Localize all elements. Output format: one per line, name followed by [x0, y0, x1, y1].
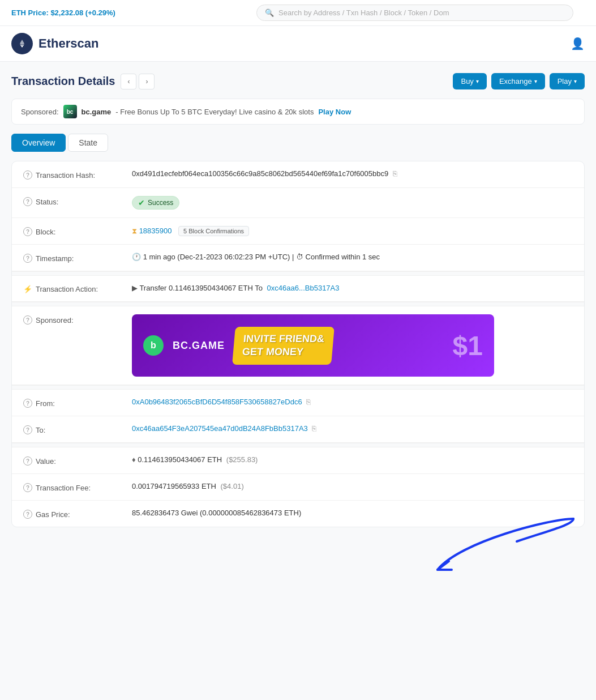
transaction-hash-row: ? Transaction Hash: 0xd491d1ecfebf064eca…: [12, 161, 584, 188]
nav-prev-button[interactable]: ‹: [121, 74, 136, 89]
sponsor-cta[interactable]: Play Now: [318, 108, 351, 116]
sponsor-banner[interactable]: b BC.GAME INVITE FRIEND& GET MONEY $1: [132, 314, 494, 377]
bc-game-logo: b: [143, 335, 164, 356]
to-label: ? To:: [23, 424, 125, 434]
help-icon-gas[interactable]: ?: [23, 510, 32, 519]
timestamp-text: 1 min ago (Dec-21-2023 06:02:23 PM +UTC)…: [143, 253, 380, 261]
logo: Etherscan: [11, 33, 98, 54]
from-value: 0xA0b96483f2065cBfD6D54f858F530658827eDd…: [132, 398, 573, 406]
divider-2: [12, 302, 584, 306]
exchange-label: Exchange: [499, 77, 532, 86]
transaction-fee-label: ? Transaction Fee:: [23, 482, 125, 492]
navbar: Etherscan 👤: [0, 26, 596, 62]
eth-diamond-icon: ♦: [132, 455, 136, 464]
search-bar[interactable]: 🔍 Search by Address / Txn Hash / Block /…: [256, 5, 573, 21]
transaction-action-value: ▶ Transfer 0.114613950434067 ETH To 0xc4…: [132, 284, 573, 292]
help-icon-to[interactable]: ?: [23, 425, 32, 434]
nav-next-button[interactable]: ›: [139, 74, 155, 89]
help-icon-status[interactable]: ?: [23, 197, 32, 206]
exchange-arrow: ▾: [534, 78, 537, 84]
fee-eth: 0.001794719565933 ETH: [132, 482, 216, 490]
page-title-row: Transaction Details ‹ › Buy ▾ Exchange ▾…: [11, 73, 585, 89]
buy-button[interactable]: Buy ▾: [453, 73, 486, 89]
bc-logo-circle: b: [143, 335, 164, 356]
help-icon-fee[interactable]: ?: [23, 483, 32, 492]
transaction-fee-row: ? Transaction Fee: 0.001794719565933 ETH…: [12, 474, 584, 501]
eth-price-value: $2,232.08 (+0.29%): [50, 8, 115, 17]
eth-price: ETH Price: $2,232.08 (+0.29%): [11, 8, 115, 17]
gas-price-value: 85.462836473 Gwei (0.000000085462836473 …: [132, 509, 573, 517]
tab-overview[interactable]: Overview: [11, 134, 66, 152]
gas-price-label: ? Gas Price:: [23, 509, 125, 519]
tab-state[interactable]: State: [68, 134, 108, 152]
value-row: ? Value: ♦ 0.114613950434067 ETH ($255.8…: [12, 447, 584, 474]
block-confirmations: 5 Block Confirmations: [178, 226, 249, 236]
help-icon-from[interactable]: ?: [23, 399, 32, 408]
to-address-link[interactable]: 0xc46aa654F3eA207545ea47d0dB24A8FbBb5317…: [132, 424, 308, 433]
action-buttons: Buy ▾ Exchange ▾ Play ▾: [453, 73, 585, 89]
transaction-action-label: ⚡ Transaction Action:: [23, 284, 125, 293]
help-icon-hash[interactable]: ?: [23, 170, 32, 180]
copy-from-icon[interactable]: ⎘: [306, 398, 311, 406]
logo-icon: [11, 33, 33, 54]
sponsored-banner-container: b BC.GAME INVITE FRIEND& GET MONEY $1: [132, 314, 573, 377]
block-number-link[interactable]: 18835900: [139, 227, 172, 235]
nav-right: 👤: [571, 37, 585, 50]
tagline-line1: INVITE FRIEND&: [243, 332, 325, 345]
tabs: Overview State: [11, 134, 585, 152]
help-icon-value[interactable]: ?: [23, 456, 32, 466]
user-icon[interactable]: 👤: [571, 37, 585, 50]
divider-3: [12, 385, 584, 390]
to-row: ? To: 0xc46aa654F3eA207545ea47d0dB24A8Fb…: [12, 416, 584, 443]
sponsor-bar: Sponsored: bc bc.game - Free Bonus Up To…: [11, 99, 585, 125]
transaction-action-row: ⚡ Transaction Action: ▶ Transfer 0.11461…: [12, 276, 584, 302]
eth-price-label: ETH Price:: [11, 8, 49, 17]
value-eth: 0.114613950434067 ETH: [138, 455, 222, 464]
action-address-link[interactable]: 0xc46aa6...Bb5317A3: [267, 284, 340, 292]
nav-arrows: ‹ ›: [121, 74, 155, 89]
help-icon-sponsored[interactable]: ?: [23, 315, 32, 325]
to-value: 0xc46aa654F3eA207545ea47d0dB24A8FbBb5317…: [132, 424, 573, 433]
topbar: ETH Price: $2,232.08 (+0.29%) 🔍 Search b…: [0, 0, 596, 26]
status-badge: ✔ Success: [132, 196, 179, 210]
help-icon-timestamp[interactable]: ?: [23, 254, 32, 263]
transaction-hash-value: 0xd491d1ecfebf064eca100356c66c9a85c8062b…: [132, 169, 573, 178]
status-value: ✔ Success: [132, 196, 573, 210]
gas-price-row: ? Gas Price: 85.462836473 Gwei (0.000000…: [12, 501, 584, 527]
fee-usd: ($4.01): [221, 482, 244, 490]
sponsor-brand: bc.game: [82, 108, 112, 116]
hash-text: 0xd491d1ecfebf064eca100356c66c9a85c8062b…: [132, 169, 388, 178]
transaction-hash-label: ? Transaction Hash:: [23, 169, 125, 180]
play-label: Play: [558, 77, 572, 86]
page-content: Transaction Details ‹ › Buy ▾ Exchange ▾…: [0, 62, 596, 539]
timestamp-row: ? Timestamp: 🕐 1 min ago (Dec-21-2023 06…: [12, 245, 584, 271]
search-placeholder: Search by Address / Txn Hash / Block / T…: [278, 8, 449, 17]
copy-hash-icon[interactable]: ⎘: [393, 169, 397, 178]
play-arrow: ▾: [574, 78, 577, 84]
sponsored-label: Sponsored:: [21, 108, 59, 116]
help-icon-block[interactable]: ?: [23, 227, 32, 236]
bc-game-name: BC.GAME: [173, 340, 225, 352]
status-row: ? Status: ✔ Success: [12, 188, 584, 218]
value-usd: ($255.83): [226, 455, 258, 464]
transaction-fee-value: 0.001794719565933 ETH ($4.01): [132, 482, 573, 490]
timestamp-label: ? Timestamp:: [23, 253, 125, 263]
block-value: ⧗ 18835900 5 Block Confirmations: [132, 226, 573, 236]
clock-icon: 🕐: [132, 253, 141, 261]
lightning-icon: ⚡: [23, 285, 32, 293]
copy-to-icon[interactable]: ⎘: [312, 424, 316, 433]
block-row: ? Block: ⧗ 18835900 5 Block Confirmation…: [12, 218, 584, 245]
sponsored-row: ? Sponsored: b BC.GAME INVITE FRIEND& GE…: [12, 306, 584, 385]
logo-text: Etherscan: [38, 36, 98, 51]
divider-4: [12, 443, 584, 447]
search-icon: 🔍: [265, 8, 274, 17]
exchange-button[interactable]: Exchange ▾: [491, 73, 545, 89]
play-button[interactable]: Play ▾: [550, 73, 585, 89]
divider-1: [12, 271, 584, 276]
bc-dollar: $1: [453, 330, 483, 361]
from-label: ? From:: [23, 398, 125, 408]
from-address-link[interactable]: 0xA0b96483f2065cBfD6D54f858F530658827eDd…: [132, 398, 302, 406]
buy-label: Buy: [461, 77, 473, 86]
status-label: ? Status:: [23, 196, 125, 206]
buy-arrow: ▾: [476, 78, 479, 84]
